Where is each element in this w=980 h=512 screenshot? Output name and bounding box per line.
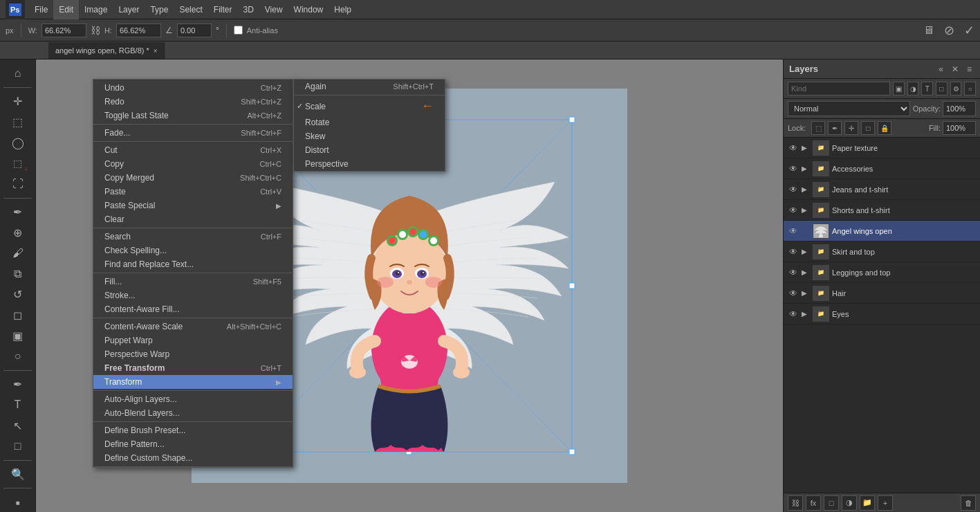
- layer-mask-button[interactable]: □: [824, 495, 839, 511]
- move-tool[interactable]: ✛: [7, 92, 29, 111]
- menu-edit[interactable]: Edit: [53, 0, 79, 19]
- menu-3d[interactable]: 3D: [237, 0, 259, 19]
- menu-cut[interactable]: Cut Ctrl+X: [93, 143, 293, 157]
- text-tool[interactable]: T: [7, 395, 29, 414]
- heal-tool[interactable]: ⊕: [7, 223, 29, 242]
- layer-expand-skirt-top[interactable]: ▶: [802, 248, 810, 255]
- height-input[interactable]: [116, 24, 161, 37]
- tab-close-button[interactable]: ×: [154, 47, 158, 55]
- home-tool[interactable]: ⌂: [7, 64, 29, 83]
- layer-item-hair[interactable]: 👁 ▶ 📁 Hair: [784, 283, 980, 304]
- layer-item-jeans-tshirt[interactable]: 👁 ▶ 📁 Jeans and t-shirt: [784, 179, 980, 200]
- menu-file[interactable]: File: [29, 0, 53, 19]
- layer-item-leggings-top[interactable]: 👁 ▶ 📁 Leggings and top: [784, 262, 980, 283]
- menu-window[interactable]: Window: [288, 0, 329, 19]
- transform-skew[interactable]: Skew: [294, 129, 445, 143]
- pen-tool[interactable]: ✒: [7, 375, 29, 394]
- layer-expand-jeans-tshirt[interactable]: ▶: [802, 185, 810, 193]
- menu-clear[interactable]: Clear: [93, 212, 293, 226]
- layer-item-shorts-tshirt[interactable]: 👁 ▶ 📁 Shorts and t-shirt: [784, 200, 980, 221]
- lock-artboard-btn[interactable]: □: [861, 121, 875, 135]
- path-select-tool[interactable]: ↖: [7, 416, 29, 435]
- menu-fade[interactable]: Fade... Shift+Ctrl+F: [93, 126, 293, 140]
- menu-copy-merged[interactable]: Copy Merged Shift+Ctrl+C: [93, 171, 293, 185]
- layer-expand-hair[interactable]: ▶: [802, 289, 810, 297]
- filter-smart-btn[interactable]: ⚙: [950, 82, 962, 95]
- menu-perspective-warp[interactable]: Perspective Warp: [93, 347, 293, 361]
- layer-item-eyes[interactable]: 👁 ▶ 📁 Eyes: [784, 304, 980, 324]
- menu-search[interactable]: Search Ctrl+F: [93, 230, 293, 244]
- dodge-tool[interactable]: ○: [7, 347, 29, 366]
- transform-again[interactable]: Again Shift+Ctrl+T: [294, 80, 445, 93]
- layer-visibility-hair[interactable]: 👁: [788, 288, 799, 299]
- menu-paste[interactable]: Paste Ctrl+V: [93, 185, 293, 199]
- lock-brush-btn[interactable]: ✒: [828, 121, 842, 135]
- layer-item-skirt-top[interactable]: 👁 ▶ 📁 Skirt and top: [784, 241, 980, 262]
- menu-copy[interactable]: Copy Ctrl+C: [93, 157, 293, 171]
- width-input[interactable]: [41, 24, 86, 37]
- menu-auto-blend[interactable]: Auto-Blend Layers...: [93, 406, 293, 420]
- layer-expand-eyes[interactable]: ▶: [802, 310, 810, 318]
- foreground-color[interactable]: ■: [7, 493, 29, 512]
- menu-define-brush[interactable]: Define Brush Preset...: [93, 423, 293, 437]
- clone-tool[interactable]: ⧉: [7, 264, 29, 284]
- gradient-tool[interactable]: ▣: [7, 326, 29, 345]
- layer-visibility-shorts-tshirt[interactable]: 👁: [788, 205, 799, 216]
- menu-filter[interactable]: Filter: [208, 0, 238, 19]
- menu-define-pattern[interactable]: Define Pattern...: [93, 437, 293, 451]
- anti-alias-checkbox[interactable]: [234, 26, 243, 35]
- lock-transparent-btn[interactable]: ⬚: [811, 121, 825, 135]
- menu-free-transform[interactable]: Free Transform Ctrl+T: [93, 361, 293, 375]
- layer-visibility-accessories[interactable]: 👁: [788, 163, 799, 174]
- marquee-tool[interactable]: ⬚: [7, 112, 29, 131]
- layers-search-input[interactable]: [788, 82, 890, 95]
- layer-visibility-angel-wings[interactable]: 👁: [788, 226, 799, 237]
- menu-content-aware-scale[interactable]: Content-Aware Scale Alt+Shift+Ctrl+C: [93, 320, 293, 333]
- menu-toggle-last-state[interactable]: Toggle Last State Alt+Ctrl+Z: [93, 109, 293, 122]
- layer-expand-accessories[interactable]: ▶: [802, 165, 810, 172]
- menu-image[interactable]: Image: [79, 0, 113, 19]
- shape-tool[interactable]: □: [7, 437, 29, 456]
- menu-define-custom-shape[interactable]: Define Custom Shape...: [93, 451, 293, 465]
- adjustment-layer-button[interactable]: ◑: [842, 495, 857, 511]
- lock-move-btn[interactable]: ✛: [844, 121, 858, 135]
- filter-text-btn[interactable]: T: [921, 82, 933, 95]
- menu-find-replace[interactable]: Find and Replace Text...: [93, 257, 293, 271]
- new-group-button[interactable]: 📁: [860, 495, 875, 511]
- layer-visibility-paper-texture[interactable]: 👁: [788, 143, 799, 154]
- menu-type[interactable]: Type: [145, 0, 174, 19]
- new-layer-button[interactable]: +: [878, 495, 893, 511]
- filter-pixel-btn[interactable]: ▣: [893, 82, 905, 95]
- menu-select[interactable]: Select: [174, 0, 207, 19]
- layer-visibility-eyes[interactable]: 👁: [788, 309, 799, 320]
- menu-layer[interactable]: Layer: [113, 0, 145, 19]
- blend-mode-select[interactable]: Normal: [788, 101, 910, 116]
- filter-toggle-btn[interactable]: ○: [964, 82, 976, 95]
- menu-stroke[interactable]: Stroke...: [93, 289, 293, 302]
- menu-content-aware-fill[interactable]: Content-Aware Fill...: [93, 302, 293, 316]
- lock-all-btn[interactable]: 🔒: [878, 121, 891, 135]
- layer-effects-button[interactable]: fx: [806, 495, 821, 511]
- eyedropper-tool[interactable]: ✒: [7, 202, 29, 221]
- crop-tool[interactable]: ⛶: [7, 174, 29, 194]
- layer-visibility-jeans-tshirt[interactable]: 👁: [788, 184, 799, 195]
- menu-view[interactable]: View: [259, 0, 288, 19]
- filter-shape-btn[interactable]: □: [936, 82, 947, 95]
- angle-input[interactable]: [177, 24, 212, 37]
- cancel-transform-icon[interactable]: ⊘: [944, 23, 954, 38]
- layer-item-accessories[interactable]: 👁 ▶ 📁 Accessories: [784, 158, 980, 179]
- layer-item-paper-texture[interactable]: 👁 ▶ 📁 Paper texture: [784, 138, 980, 158]
- zoom-tool[interactable]: 🔍: [7, 465, 29, 484]
- layer-expand-paper-texture[interactable]: ▶: [802, 144, 810, 152]
- panel-close-button[interactable]: ✕: [949, 64, 961, 74]
- document-tab[interactable]: angel wings open, RGB/8) * ×: [48, 42, 165, 59]
- confirm-transform-icon[interactable]: ✓: [964, 23, 974, 38]
- transform-perspective[interactable]: Perspective: [294, 157, 445, 171]
- menu-transform[interactable]: Transform ▶: [93, 375, 293, 389]
- link-layers-button[interactable]: ⛓: [788, 495, 803, 511]
- menu-check-spelling[interactable]: Check Spelling...: [93, 244, 293, 257]
- quick-select-tool[interactable]: ⬚ ↓: [7, 154, 29, 173]
- filter-adj-btn[interactable]: ◑: [907, 82, 919, 95]
- fill-input[interactable]: [943, 121, 976, 135]
- menu-auto-align[interactable]: Auto-Align Layers...: [93, 392, 293, 406]
